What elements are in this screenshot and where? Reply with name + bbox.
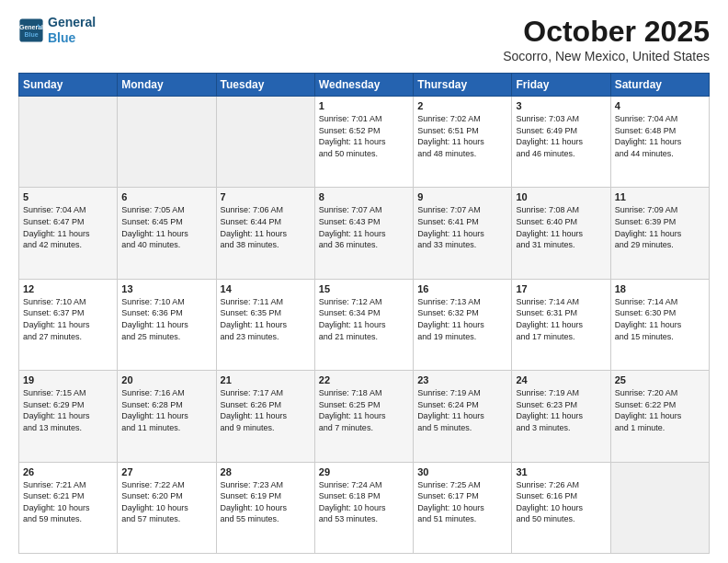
cell-date: 27: [121, 466, 211, 477]
calendar-week-row: 26Sunrise: 7:21 AM Sunset: 6:21 PM Dayli…: [19, 462, 710, 553]
cell-date: 23: [417, 374, 507, 385]
svg-rect-0: [19, 18, 42, 41]
table-row: 24Sunrise: 7:19 AM Sunset: 6:23 PM Dayli…: [512, 371, 610, 462]
table-row: 13Sunrise: 7:10 AM Sunset: 6:36 PM Dayli…: [118, 279, 216, 370]
table-row: 31Sunrise: 7:26 AM Sunset: 6:16 PM Dayli…: [512, 462, 610, 553]
cell-info: Sunrise: 7:19 AM Sunset: 6:24 PM Dayligh…: [417, 387, 507, 433]
title-block: October 2025 Socorro, New Mexico, United…: [503, 15, 710, 63]
cell-info: Sunrise: 7:26 AM Sunset: 6:16 PM Dayligh…: [516, 479, 606, 525]
cell-info: Sunrise: 7:09 AM Sunset: 6:39 PM Dayligh…: [615, 204, 705, 250]
table-row: 27Sunrise: 7:22 AM Sunset: 6:20 PM Dayli…: [118, 462, 216, 553]
table-row: 20Sunrise: 7:16 AM Sunset: 6:28 PM Dayli…: [118, 371, 216, 462]
col-monday: Monday: [118, 74, 216, 97]
cell-date: 6: [121, 191, 211, 202]
cell-info: Sunrise: 7:20 AM Sunset: 6:22 PM Dayligh…: [615, 387, 705, 433]
table-row: 3Sunrise: 7:03 AM Sunset: 6:49 PM Daylig…: [512, 97, 610, 188]
col-tuesday: Tuesday: [216, 74, 314, 97]
table-row: 12Sunrise: 7:10 AM Sunset: 6:37 PM Dayli…: [19, 279, 118, 370]
table-row: 17Sunrise: 7:14 AM Sunset: 6:31 PM Dayli…: [512, 279, 610, 370]
table-row: 4Sunrise: 7:04 AM Sunset: 6:48 PM Daylig…: [610, 97, 709, 188]
subtitle: Socorro, New Mexico, United States: [503, 49, 710, 63]
cell-date: 21: [221, 374, 311, 385]
svg-text:Blue: Blue: [24, 31, 38, 38]
cell-date: 16: [417, 283, 507, 294]
logo: General Blue General Blue: [18, 15, 96, 46]
cell-info: Sunrise: 7:04 AM Sunset: 6:48 PM Dayligh…: [615, 113, 705, 159]
table-row: 21Sunrise: 7:17 AM Sunset: 6:26 PM Dayli…: [216, 371, 314, 462]
cell-date: 22: [319, 374, 409, 385]
cell-date: 2: [417, 100, 507, 111]
logo-text: General Blue: [48, 15, 96, 46]
calendar-week-row: 12Sunrise: 7:10 AM Sunset: 6:37 PM Dayli…: [19, 279, 710, 370]
logo-icon: General Blue: [18, 17, 44, 43]
cell-date: 20: [121, 374, 211, 385]
col-sunday: Sunday: [19, 74, 118, 97]
table-row: 9Sunrise: 7:07 AM Sunset: 6:41 PM Daylig…: [414, 188, 512, 279]
cell-info: Sunrise: 7:19 AM Sunset: 6:23 PM Dayligh…: [516, 387, 606, 433]
cell-date: 17: [516, 283, 606, 294]
cell-info: Sunrise: 7:03 AM Sunset: 6:49 PM Dayligh…: [516, 113, 606, 159]
table-row: 16Sunrise: 7:13 AM Sunset: 6:32 PM Dayli…: [414, 279, 512, 370]
cell-date: 26: [23, 466, 113, 477]
cell-info: Sunrise: 7:06 AM Sunset: 6:44 PM Dayligh…: [221, 204, 311, 250]
table-row: 2Sunrise: 7:02 AM Sunset: 6:51 PM Daylig…: [414, 97, 512, 188]
cell-date: 13: [121, 283, 211, 294]
header: General Blue General Blue October 2025 S…: [18, 15, 710, 63]
table-row: [118, 97, 216, 188]
logo-line2: Blue: [48, 30, 75, 45]
col-friday: Friday: [512, 74, 610, 97]
cell-date: 3: [516, 100, 606, 111]
table-row: 8Sunrise: 7:07 AM Sunset: 6:43 PM Daylig…: [314, 188, 413, 279]
cell-date: 18: [615, 283, 705, 294]
cell-date: 24: [516, 374, 606, 385]
logo-line1: General: [48, 15, 96, 30]
table-row: 14Sunrise: 7:11 AM Sunset: 6:35 PM Dayli…: [216, 279, 314, 370]
cell-info: Sunrise: 7:15 AM Sunset: 6:29 PM Dayligh…: [23, 387, 113, 433]
cell-info: Sunrise: 7:02 AM Sunset: 6:51 PM Dayligh…: [417, 113, 507, 159]
cell-info: Sunrise: 7:24 AM Sunset: 6:18 PM Dayligh…: [319, 479, 409, 525]
cell-date: 1: [319, 100, 409, 111]
cell-info: Sunrise: 7:18 AM Sunset: 6:25 PM Dayligh…: [319, 387, 409, 433]
table-row: 15Sunrise: 7:12 AM Sunset: 6:34 PM Dayli…: [314, 279, 413, 370]
cell-date: 28: [221, 466, 311, 477]
cell-info: Sunrise: 7:10 AM Sunset: 6:37 PM Dayligh…: [23, 296, 113, 342]
cell-info: Sunrise: 7:16 AM Sunset: 6:28 PM Dayligh…: [121, 387, 211, 433]
cell-info: Sunrise: 7:01 AM Sunset: 6:52 PM Dayligh…: [319, 113, 409, 159]
cell-info: Sunrise: 7:17 AM Sunset: 6:26 PM Dayligh…: [221, 387, 311, 433]
table-row: 5Sunrise: 7:04 AM Sunset: 6:47 PM Daylig…: [19, 188, 118, 279]
cell-info: Sunrise: 7:07 AM Sunset: 6:43 PM Dayligh…: [319, 204, 409, 250]
table-row: [610, 462, 709, 553]
table-row: [19, 97, 118, 188]
cell-date: 29: [319, 466, 409, 477]
table-row: 28Sunrise: 7:23 AM Sunset: 6:19 PM Dayli…: [216, 462, 314, 553]
col-thursday: Thursday: [414, 74, 512, 97]
cell-info: Sunrise: 7:25 AM Sunset: 6:17 PM Dayligh…: [417, 479, 507, 525]
cell-info: Sunrise: 7:21 AM Sunset: 6:21 PM Dayligh…: [23, 479, 113, 525]
cell-date: 10: [516, 191, 606, 202]
cell-date: 15: [319, 283, 409, 294]
cell-info: Sunrise: 7:08 AM Sunset: 6:40 PM Dayligh…: [516, 204, 606, 250]
table-row: 25Sunrise: 7:20 AM Sunset: 6:22 PM Dayli…: [610, 371, 709, 462]
table-row: [216, 97, 314, 188]
main-title: October 2025: [503, 15, 710, 49]
cell-date: 5: [23, 191, 113, 202]
table-row: 18Sunrise: 7:14 AM Sunset: 6:30 PM Dayli…: [610, 279, 709, 370]
col-saturday: Saturday: [610, 74, 709, 97]
calendar-header-row: Sunday Monday Tuesday Wednesday Thursday…: [19, 74, 710, 97]
calendar-week-row: 5Sunrise: 7:04 AM Sunset: 6:47 PM Daylig…: [19, 188, 710, 279]
table-row: 7Sunrise: 7:06 AM Sunset: 6:44 PM Daylig…: [216, 188, 314, 279]
cell-date: 12: [23, 283, 113, 294]
cell-info: Sunrise: 7:12 AM Sunset: 6:34 PM Dayligh…: [319, 296, 409, 342]
cell-info: Sunrise: 7:04 AM Sunset: 6:47 PM Dayligh…: [23, 204, 113, 250]
table-row: 19Sunrise: 7:15 AM Sunset: 6:29 PM Dayli…: [19, 371, 118, 462]
cell-date: 11: [615, 191, 705, 202]
table-row: 11Sunrise: 7:09 AM Sunset: 6:39 PM Dayli…: [610, 188, 709, 279]
col-wednesday: Wednesday: [314, 74, 413, 97]
cell-info: Sunrise: 7:10 AM Sunset: 6:36 PM Dayligh…: [121, 296, 211, 342]
cell-info: Sunrise: 7:14 AM Sunset: 6:30 PM Dayligh…: [615, 296, 705, 342]
cell-info: Sunrise: 7:14 AM Sunset: 6:31 PM Dayligh…: [516, 296, 606, 342]
cell-date: 25: [615, 374, 705, 385]
cell-info: Sunrise: 7:11 AM Sunset: 6:35 PM Dayligh…: [221, 296, 311, 342]
table-row: 6Sunrise: 7:05 AM Sunset: 6:45 PM Daylig…: [118, 188, 216, 279]
cell-date: 14: [221, 283, 311, 294]
